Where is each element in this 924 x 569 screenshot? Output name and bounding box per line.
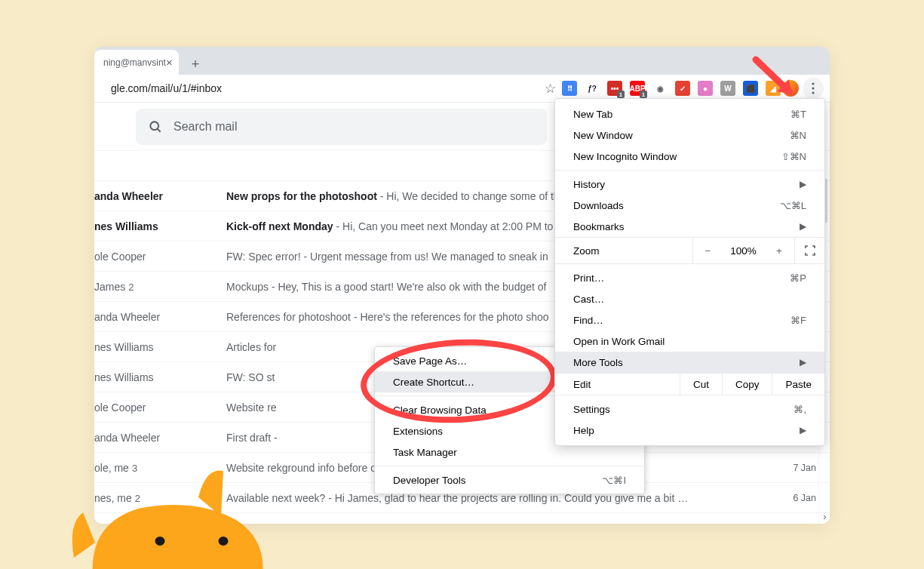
chevron-right-icon: ▶ [800, 357, 806, 368]
new-tab-button[interactable]: + [185, 54, 206, 75]
email-subject: New props for the photoshoot [226, 190, 377, 202]
search-icon [148, 119, 163, 134]
zoom-out-button[interactable]: − [692, 237, 723, 264]
extension-sync-icon[interactable]: ◉ [652, 81, 668, 96]
svg-point-0 [812, 82, 814, 85]
fullscreen-icon [805, 245, 815, 256]
email-subject: FW: S [226, 371, 256, 383]
close-icon[interactable]: × [166, 56, 173, 69]
chevron-right-icon[interactable]: › [819, 511, 830, 522]
fullscreen-button[interactable] [794, 237, 824, 264]
extension-fontface-icon[interactable]: ƒ? [585, 81, 600, 96]
email-sender: ole Cooper [94, 401, 226, 414]
email-preview: - Hi, Can you meet next Monday at 2:00 P… [333, 220, 554, 232]
extension-toggl-icon[interactable]: ● [698, 81, 713, 96]
menu-bookmarks[interactable]: Bookmarks ▶ [555, 216, 824, 237]
menu-cast[interactable]: Cast… [555, 288, 824, 309]
search-input[interactable]: Search mail [136, 109, 547, 145]
menu-help[interactable]: Help ▶ [555, 420, 824, 441]
submenu-developer-tools[interactable]: Developer Tools ⌥⌘I [375, 469, 644, 491]
chevron-right-icon: ▶ [800, 221, 806, 232]
svg-point-5 [155, 537, 165, 546]
menu-new-tab[interactable]: New Tab ⌘T [555, 103, 824, 125]
tab-bar: ning@manvsint × + [94, 47, 830, 75]
cut-button[interactable]: Cut [680, 373, 722, 395]
email-subject: Kick-off next Monday [226, 220, 333, 232]
svg-point-6 [219, 537, 229, 546]
zoom-row: Zoom − 100% + [555, 237, 824, 264]
menu-open-work-gmail[interactable]: Open in Work Gmail [555, 331, 824, 352]
svg-point-1 [812, 87, 814, 89]
browser-tab[interactable]: ning@manvsint × [94, 50, 179, 75]
edit-row: Edit Cut Copy Paste [555, 373, 824, 395]
svg-point-3 [150, 121, 158, 130]
email-date: 7 Jan [771, 463, 816, 473]
extension-adblock-icon[interactable]: ABP1 [630, 81, 645, 96]
paste-button[interactable]: Paste [772, 373, 824, 395]
email-preview: - Here's the references for the photo sh… [351, 311, 549, 323]
menu-downloads[interactable]: Downloads ⌥⌘L [555, 195, 824, 216]
tab-title: ning@manvsint [103, 57, 166, 68]
email-sender: nes Williams [94, 220, 226, 232]
badge: 1 [617, 91, 625, 98]
url-input[interactable]: gle.com/mail/u/1/#inbox [100, 78, 540, 99]
chevron-right-icon: ▶ [800, 179, 806, 189]
menu-print[interactable]: Print… ⌘P [555, 267, 824, 288]
extension-wiki-icon[interactable]: W [720, 81, 735, 96]
email-sender: ole Cooper [94, 251, 226, 263]
email-preview: - Hi, We decided to change some of th [377, 190, 560, 202]
email-subject: FW: Spec error! [226, 251, 301, 263]
extension-bitwarden-icon[interactable]: ⬛ [743, 81, 758, 96]
svg-line-4 [158, 128, 161, 131]
menu-new-incognito[interactable]: New Incognito Window ⇧⌘N [555, 146, 824, 167]
extension-area: ⠿ƒ?•••1ABP1◉✓●W⬛◢ [562, 81, 782, 96]
email-preview: - Hey, This is a good start! We're also … [269, 281, 546, 293]
email-sender: anda Wheeler [94, 311, 226, 323]
thread-count: 2 [128, 281, 134, 293]
zoom-value: 100% [723, 245, 764, 257]
extension-pocket-icon[interactable]: ◢ [766, 81, 781, 96]
extension-lastpass-icon[interactable]: •••1 [607, 81, 622, 96]
email-preview: - Urgent message from us! We managed to … [301, 251, 548, 263]
chrome-main-menu: New Tab ⌘T New Window ⌘N New Incognito W… [554, 98, 825, 446]
email-sender: anda Wheeler [94, 190, 226, 202]
badge: 1 [640, 91, 647, 98]
menu-more-tools[interactable]: More Tools ▶ [555, 352, 824, 373]
email-preview: O st [256, 371, 275, 383]
chevron-right-icon: ▶ [800, 425, 806, 435]
copy-button[interactable]: Copy [722, 373, 772, 395]
bookmark-star-icon[interactable]: ☆ [545, 81, 556, 97]
extension-todoist-icon[interactable]: ✓ [675, 81, 690, 96]
email-subject: First draft - [226, 432, 278, 444]
email-subject: Mockups [226, 281, 269, 293]
email-sender: nes Williams [94, 341, 226, 353]
extension-translate-icon[interactable]: ⠿ [562, 81, 577, 96]
chrome-menu-button[interactable] [803, 78, 824, 99]
email-sender: nes Williams [94, 371, 226, 383]
svg-point-2 [812, 91, 814, 94]
menu-find[interactable]: Find… ⌘F [555, 309, 824, 331]
zoom-in-button[interactable]: + [764, 237, 794, 264]
menu-history[interactable]: History ▶ [555, 174, 824, 195]
avatar[interactable] [782, 80, 799, 97]
email-sender: anda Wheeler [94, 432, 226, 444]
email-subject: Articles for [226, 341, 276, 353]
search-placeholder: Search mail [173, 120, 237, 134]
menu-new-window[interactable]: New Window ⌘N [555, 125, 824, 146]
email-subject: References for photoshoot [226, 311, 351, 323]
email-date: 6 Jan [771, 493, 816, 503]
cat-illustration [59, 467, 270, 569]
email-sender: James2 [94, 281, 226, 293]
email-subject: Website re [226, 401, 277, 414]
menu-settings[interactable]: Settings ⌘, [555, 398, 824, 420]
